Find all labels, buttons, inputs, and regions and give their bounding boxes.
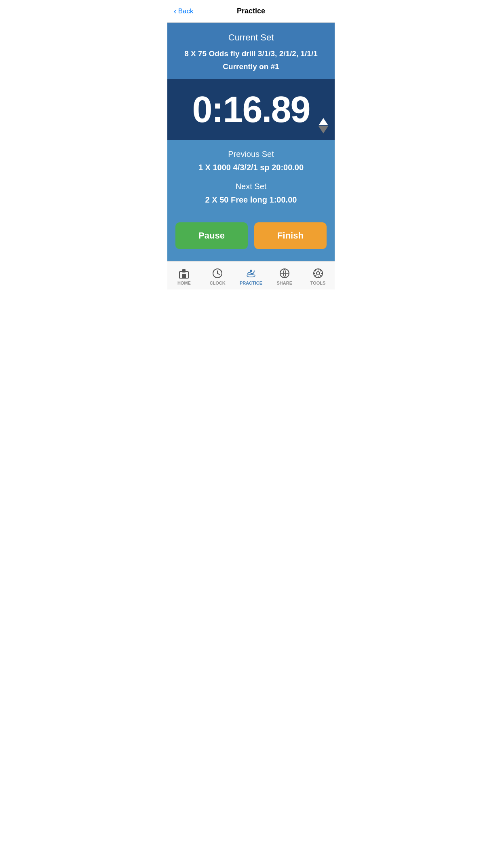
back-button[interactable]: ‹ Back [174, 6, 193, 16]
page-title: Practice [237, 7, 265, 15]
timer-scroll-arrows[interactable] [318, 118, 328, 133]
currently-on: Currently on #1 [175, 62, 327, 71]
back-label: Back [178, 7, 194, 15]
home-icon [178, 268, 190, 279]
svg-line-18 [320, 275, 321, 277]
tab-home-label: HOME [177, 281, 191, 285]
finish-button[interactable]: Finish [254, 222, 327, 249]
svg-point-8 [250, 270, 252, 272]
current-set-detail: 8 X 75 Odds fly drill 3/1/3, 2/1/2, 1/1/… [175, 49, 327, 58]
tab-practice[interactable]: PRACTICE [234, 262, 268, 289]
tab-home[interactable]: HOME [167, 262, 201, 289]
svg-rect-3 [181, 271, 187, 272]
tab-bar: HOME CLOCK PRACTICE SHARE [167, 261, 335, 289]
svg-point-7 [247, 275, 255, 277]
tab-clock-label: CLOCK [210, 281, 226, 285]
previous-set-detail: 1 X 1000 4/3/2/1 sp 20:00.00 [175, 163, 327, 172]
practice-icon [245, 268, 257, 279]
svg-line-20 [315, 275, 316, 277]
svg-line-6 [217, 273, 219, 275]
tab-share-label: SHARE [277, 281, 293, 285]
action-buttons: Pause Finish [167, 214, 335, 261]
sets-section: Previous Set 1 X 1000 4/3/2/1 sp 20:00.0… [167, 140, 335, 214]
current-set-label: Current Set [175, 32, 327, 43]
current-set-section: Current Set 8 X 75 Odds fly drill 3/1/3,… [167, 23, 335, 79]
arrow-up-icon [318, 118, 328, 125]
clock-icon [212, 268, 223, 279]
svg-rect-1 [182, 274, 186, 278]
svg-line-17 [315, 270, 316, 271]
timer-section: 0:16.89 [167, 79, 335, 140]
tab-tools[interactable]: TOOLS [301, 262, 335, 289]
tools-icon [312, 268, 324, 279]
tab-tools-label: TOOLS [310, 281, 326, 285]
header: ‹ Back Practice [167, 0, 335, 23]
svg-point-12 [316, 272, 320, 275]
share-icon [279, 268, 290, 279]
tab-share[interactable]: SHARE [268, 262, 301, 289]
next-set-detail: 2 X 50 Free long 1:00.00 [175, 195, 327, 205]
tab-practice-label: PRACTICE [240, 281, 262, 285]
pause-button[interactable]: Pause [175, 222, 248, 249]
timer-display: 0:16.89 [175, 91, 327, 128]
previous-set-label: Previous Set [175, 150, 327, 159]
arrow-down-icon [318, 126, 328, 133]
tab-clock[interactable]: CLOCK [201, 262, 234, 289]
svg-line-19 [320, 270, 321, 271]
back-chevron-icon: ‹ [174, 6, 177, 16]
next-set-label: Next Set [175, 182, 327, 191]
